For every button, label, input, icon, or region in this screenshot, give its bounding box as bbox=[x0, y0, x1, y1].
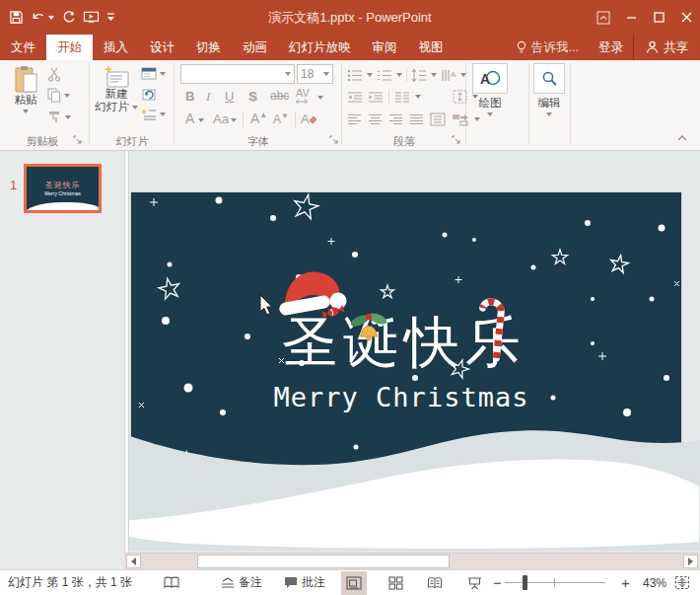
copy-dropdown-icon[interactable] bbox=[64, 94, 70, 98]
numbered-list-icon[interactable] bbox=[377, 69, 392, 82]
scroll-left-button[interactable] bbox=[126, 555, 141, 568]
share-button[interactable]: 共享 bbox=[633, 35, 700, 60]
collapse-ribbon-button[interactable] bbox=[676, 133, 688, 143]
close-button[interactable] bbox=[672, 0, 700, 35]
section-button[interactable] bbox=[141, 108, 166, 121]
tab-slideshow[interactable]: 幻灯片放映 bbox=[278, 35, 362, 60]
customize-qat-button[interactable] bbox=[106, 12, 115, 23]
notes-button[interactable]: 备注 bbox=[221, 570, 262, 595]
editing-dropdown-icon[interactable] bbox=[546, 112, 552, 116]
font-size-combobox[interactable]: 18 bbox=[297, 64, 333, 84]
bold-button[interactable]: B bbox=[185, 89, 194, 104]
grow-font-button[interactable]: A▲ bbox=[250, 111, 267, 126]
smartart-dropdown-icon[interactable] bbox=[474, 117, 480, 121]
increase-indent-icon[interactable] bbox=[368, 91, 384, 104]
shrink-font-button[interactable]: A▼ bbox=[273, 112, 289, 126]
scrollbar-thumb[interactable] bbox=[197, 555, 450, 568]
new-slide-button[interactable]: 新建 幻灯片 bbox=[95, 65, 138, 113]
start-slideshow-button[interactable] bbox=[83, 10, 100, 25]
bullet-dropdown-icon[interactable] bbox=[367, 73, 373, 77]
align-left-icon[interactable] bbox=[347, 113, 362, 126]
horizontal-scrollbar[interactable] bbox=[124, 553, 700, 569]
drawing-button[interactable]: A 绘图 bbox=[471, 63, 509, 116]
zoom-level[interactable]: 43% bbox=[643, 570, 666, 595]
font-color-button[interactable]: A bbox=[185, 111, 194, 126]
character-spacing-button[interactable]: AV bbox=[296, 87, 310, 105]
justify-icon[interactable] bbox=[409, 113, 424, 126]
clear-formatting-button[interactable]: A bbox=[301, 112, 316, 126]
ribbon-display-options-button[interactable] bbox=[590, 0, 617, 35]
format-painter-dropdown-icon[interactable] bbox=[65, 115, 71, 119]
tab-insert[interactable]: 插入 bbox=[93, 35, 139, 60]
italic-button[interactable]: I bbox=[206, 89, 210, 105]
paste-dropdown-icon[interactable] bbox=[23, 110, 29, 113]
layout-button[interactable] bbox=[141, 67, 166, 80]
distribute-columns-icon[interactable] bbox=[430, 112, 446, 126]
minimize-button[interactable] bbox=[617, 0, 645, 35]
tab-animations[interactable]: 动画 bbox=[232, 35, 278, 60]
undo-button[interactable] bbox=[31, 10, 54, 25]
tab-transitions[interactable]: 切换 bbox=[185, 35, 232, 60]
zoom-out-button[interactable]: − bbox=[493, 570, 502, 595]
bullet-list-icon[interactable] bbox=[347, 69, 363, 82]
line-spacing-dropdown-icon[interactable] bbox=[431, 73, 437, 77]
zoom-in-button[interactable]: + bbox=[621, 570, 630, 595]
decrease-indent-icon[interactable] bbox=[347, 91, 363, 104]
align-text-icon[interactable] bbox=[453, 90, 467, 104]
change-case-dropdown-icon[interactable] bbox=[231, 118, 237, 122]
zoom-slider-track[interactable] bbox=[505, 582, 605, 583]
underline-button[interactable]: U bbox=[225, 89, 234, 104]
new-slide-dropdown-icon[interactable] bbox=[132, 106, 138, 110]
normal-view-button[interactable] bbox=[341, 571, 367, 595]
paste-button[interactable]: 粘贴 bbox=[12, 65, 39, 113]
editing-button[interactable]: 编辑 bbox=[532, 63, 566, 116]
drawing-dropdown-icon[interactable] bbox=[487, 112, 493, 116]
text-shadow-button[interactable]: S bbox=[248, 89, 257, 104]
font-color-dropdown-icon[interactable] bbox=[198, 118, 204, 122]
section-dropdown-icon[interactable] bbox=[160, 112, 166, 116]
text-direction-dropdown-icon[interactable] bbox=[460, 73, 466, 77]
copy-button[interactable] bbox=[47, 88, 70, 103]
tab-design[interactable]: 设计 bbox=[139, 35, 185, 60]
slide-thumbnail[interactable]: 圣诞快乐 Merry Christmas bbox=[24, 164, 102, 213]
slide-title-text[interactable]: 圣诞快乐 bbox=[282, 310, 526, 374]
text-direction-icon[interactable]: A bbox=[441, 69, 456, 82]
line-spacing-icon[interactable] bbox=[411, 69, 427, 82]
scroll-right-button[interactable] bbox=[683, 555, 698, 568]
redo-button[interactable] bbox=[61, 10, 76, 25]
numbered-dropdown-icon[interactable] bbox=[396, 73, 402, 77]
slide-canvas[interactable]: 圣诞快乐 Merry Christmas bbox=[129, 151, 700, 553]
tell-me-box[interactable]: 告诉我... bbox=[506, 35, 589, 60]
save-icon[interactable] bbox=[9, 10, 24, 25]
tab-review[interactable]: 审阅 bbox=[362, 35, 408, 60]
align-right-icon[interactable] bbox=[388, 113, 403, 126]
format-painter-button[interactable] bbox=[47, 110, 71, 124]
slide-sorter-view-button[interactable] bbox=[383, 571, 408, 595]
tab-file[interactable]: 文件 bbox=[0, 35, 46, 60]
tab-home[interactable]: 开始 bbox=[46, 35, 93, 60]
reset-button[interactable] bbox=[141, 87, 157, 102]
font-dialog-launcher[interactable] bbox=[329, 135, 339, 145]
font-name-combobox[interactable] bbox=[180, 64, 295, 84]
comments-button[interactable]: 批注 bbox=[284, 570, 325, 595]
spacing-dropdown-icon[interactable] bbox=[317, 96, 323, 100]
reading-view-button[interactable] bbox=[422, 571, 448, 595]
strikethrough-button[interactable]: abc bbox=[270, 89, 289, 103]
spell-check-button[interactable] bbox=[164, 570, 179, 595]
maximize-button[interactable] bbox=[645, 0, 672, 35]
smartart-icon[interactable] bbox=[452, 112, 468, 126]
slide-thumbnail-panel[interactable]: 1 圣诞快乐 Merry Christmas bbox=[0, 151, 124, 553]
slide-editor-area[interactable]: 圣诞快乐 Merry Christmas bbox=[129, 151, 700, 553]
slideshow-view-button[interactable] bbox=[461, 571, 487, 595]
undo-dropdown-icon[interactable] bbox=[48, 16, 54, 20]
columns-dropdown-icon[interactable] bbox=[415, 95, 421, 99]
cut-button[interactable] bbox=[47, 67, 63, 82]
layout-dropdown-icon[interactable] bbox=[160, 72, 166, 76]
sign-in-button[interactable]: 登录 bbox=[589, 35, 633, 60]
fit-slide-button[interactable] bbox=[674, 570, 690, 595]
slide-subtitle-text[interactable]: Merry Christmas bbox=[274, 382, 529, 412]
zoom-slider-thumb[interactable] bbox=[523, 575, 527, 590]
tab-view[interactable]: 视图 bbox=[408, 35, 455, 60]
clipboard-dialog-launcher[interactable] bbox=[73, 135, 83, 145]
change-case-button[interactable]: Aa bbox=[213, 112, 229, 126]
